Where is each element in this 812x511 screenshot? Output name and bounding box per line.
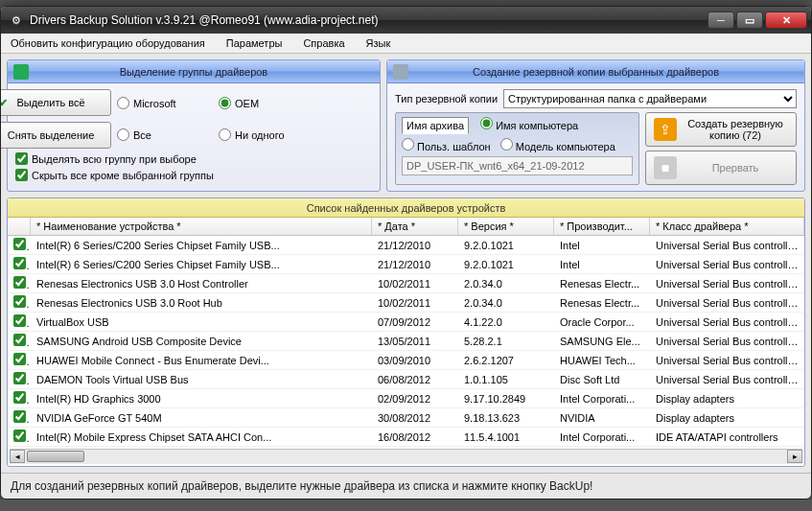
row-check[interactable] [13,257,26,269]
backup-panel-header: Создание резервной копии выбранных драйв… [387,60,804,83]
archive-name-input[interactable] [402,156,633,175]
table-row[interactable]: Intel(R) 6 Series/C200 Series Chipset Fa… [8,255,804,274]
cell-name: HUAWEI Mobile Connect - Bus Enumerate De… [31,354,372,367]
radio-compname[interactable]: Имя компьютера [480,117,578,134]
scroll-thumb[interactable] [27,451,84,462]
cell-class: Display adapters [650,392,804,406]
check-icon: ✔ [0,95,11,110]
check-hide-others-label: Скрыть все кроме выбранной группы [32,170,214,181]
table-row[interactable]: Renesas Electronics USB 3.0 Host Control… [8,274,804,293]
cell-version: 2.6.2.1207 [458,354,554,367]
cell-name: Renesas Electronics USB 3.0 Host Control… [31,277,372,290]
cell-version: 9.18.13.623 [458,411,554,425]
table-row[interactable]: DAEMON Tools Virtual USB Bus06/08/20121.… [8,370,804,389]
col-vendor[interactable]: * Производит... [554,218,650,235]
col-name[interactable]: * Наименование устройства * [31,218,372,235]
window-buttons: ─ ▭ ✕ [708,12,807,29]
col-version[interactable]: * Версия * [458,218,554,235]
selection-panel-title: Выделение группы драйверов [120,66,267,78]
cell-date: 10/02/2011 [372,296,458,310]
cell-vendor: Renesas Electr... [554,296,650,310]
check-select-group[interactable] [15,152,28,165]
row-check[interactable] [13,410,26,423]
check-select-group-label: Выделять всю группу при выборе [32,153,197,165]
horizontal-scrollbar[interactable]: ◂ ▸ [10,449,802,464]
select-all-button[interactable]: ✔Выделить всё [0,89,111,116]
backup-type-select[interactable]: Структурированная папка с драйверами [503,89,797,108]
app-icon: ⚙ [9,12,24,28]
row-check[interactable] [13,276,26,289]
window-title: Drivers Backup Solution v.3.9.21 @Romeo9… [30,13,708,27]
row-check[interactable] [13,334,26,346]
selection-panel: Выделение группы драйверов Microsoft OEM… [7,59,381,192]
cell-vendor: SAMSUNG Ele... [554,335,650,348]
cell-date: 07/09/2012 [372,315,458,329]
grid-body[interactable]: Intel(R) 6 Series/C200 Series Chipset Fa… [8,236,804,447]
scroll-left-icon[interactable]: ◂ [10,450,25,463]
close-button[interactable]: ✕ [765,12,807,29]
deselect-button[interactable]: ✖Снять выделение [0,122,111,149]
cell-name: SAMSUNG Android USB Composite Device [31,335,372,348]
cell-date: 10/02/2011 [372,277,458,290]
table-row[interactable]: HUAWEI Mobile Connect - Bus Enumerate De… [8,351,804,370]
table-row[interactable]: Renesas Electronics USB 3.0 Root Hub10/0… [8,293,804,313]
table-row[interactable]: Intel(R) 6 Series/C200 Series Chipset Fa… [8,236,804,255]
cell-class: Universal Serial Bus controllers [650,239,804,252]
cell-vendor: Renesas Electr... [554,277,650,290]
chip-icon [13,64,29,80]
row-check[interactable] [13,391,26,404]
menu-help[interactable]: Справка [299,35,348,51]
cell-version: 9.17.10.2849 [458,392,554,406]
menu-lang[interactable]: Язык [362,35,395,51]
cell-name: DAEMON Tools Virtual USB Bus [31,373,372,386]
table-row[interactable]: Intel(R) Mobile Express Chipset SATA AHC… [8,428,804,447]
radio-usertpl[interactable]: Польз. шаблон [402,138,491,152]
col-class[interactable]: * Класс драйвера * [650,218,804,235]
selection-panel-header: Выделение группы драйверов [8,60,380,83]
disk-icon [393,64,408,80]
stop-icon: ■ [654,156,677,179]
radio-none[interactable]: Ни одного [219,128,372,141]
table-row[interactable]: VirtualBox USB07/09/20124.1.22.0Oracle C… [8,313,804,332]
titlebar[interactable]: ⚙ Drivers Backup Solution v.3.9.21 @Rome… [1,7,811,34]
cell-date: 03/09/2010 [372,354,458,367]
tab-archive-name[interactable]: Имя архива [402,117,469,134]
radio-microsoft[interactable]: Microsoft [117,97,213,109]
menu-params[interactable]: Параметры [222,35,287,51]
row-check[interactable] [13,238,26,250]
cell-class: Universal Serial Bus controllers [650,296,804,310]
row-check[interactable] [13,314,26,327]
cell-vendor: Intel [554,239,650,252]
table-row[interactable]: NVIDIA GeForce GT 540M30/08/20129.18.13.… [8,408,804,428]
table-row[interactable]: Intel(R) HD Graphics 300002/09/20129.17.… [8,389,804,408]
scroll-right-icon[interactable]: ▸ [787,450,802,463]
maximize-button[interactable]: ▭ [736,12,763,29]
cell-class: Universal Serial Bus controllers [650,315,804,329]
cell-name: Intel(R) Mobile Express Chipset SATA AHC… [31,430,372,444]
grid-header: * Наименование устройства * * Дата * * В… [8,218,804,236]
radio-oem[interactable]: OEM [219,97,372,109]
box-icon: ⇪ [654,118,677,141]
driver-list-title: Список найденных драйверов устройств [8,198,804,218]
cell-version: 5.28.2.1 [458,335,554,348]
cell-class: IDE ATA/ATAPI controllers [650,430,804,444]
row-check[interactable] [13,430,26,442]
cell-class: Display adapters [650,411,804,425]
create-backup-button[interactable]: ⇪ Создать резервную копию (72) [645,112,797,147]
cell-version: 1.0.1.105 [458,373,554,386]
col-date[interactable]: * Дата * [372,218,458,235]
minimize-button[interactable]: ─ [708,12,734,29]
col-check[interactable] [8,218,31,235]
row-check[interactable] [13,372,26,384]
radio-model[interactable]: Модель компьютера [500,138,615,152]
menu-refresh[interactable]: Обновить конфигурацию оборудования [7,35,209,51]
table-row[interactable]: SAMSUNG Android USB Composite Device13/0… [8,332,804,351]
row-check[interactable] [13,295,26,308]
row-check[interactable] [13,353,26,365]
cell-version: 9.2.0.1021 [458,258,554,271]
cell-date: 21/12/2010 [372,258,458,271]
cell-vendor: NVIDIA [554,411,650,425]
cell-class: Universal Serial Bus controllers [650,335,804,348]
radio-all[interactable]: Все [117,128,213,141]
check-hide-others[interactable] [15,169,28,181]
